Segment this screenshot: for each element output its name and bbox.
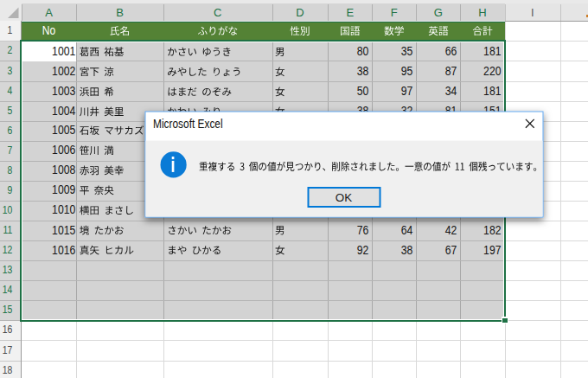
svg-text:95: 95	[401, 64, 413, 78]
svg-text:1002: 1002	[52, 64, 75, 78]
svg-text:64: 64	[401, 222, 413, 236]
svg-text:38: 38	[401, 242, 413, 256]
svg-text:2: 2	[8, 43, 13, 55]
svg-text:E: E	[346, 6, 354, 19]
svg-text:9: 9	[8, 183, 13, 195]
svg-text:38: 38	[357, 64, 369, 78]
svg-text:67: 67	[445, 242, 457, 256]
svg-text:F: F	[391, 6, 398, 19]
svg-text:76: 76	[357, 222, 369, 236]
svg-text:G: G	[434, 6, 443, 19]
svg-text:7: 7	[8, 144, 13, 156]
svg-text:1006: 1006	[52, 143, 75, 157]
svg-text:34: 34	[445, 84, 457, 98]
svg-text:42: 42	[445, 222, 457, 236]
svg-text:12: 12	[3, 243, 13, 255]
svg-text:D: D	[296, 6, 304, 19]
svg-text:1016: 1016	[52, 242, 75, 256]
svg-text:80: 80	[357, 44, 369, 58]
svg-text:97: 97	[401, 84, 413, 98]
svg-text:5: 5	[8, 104, 13, 116]
svg-text:1008: 1008	[52, 163, 76, 176]
svg-text:1005: 1005	[52, 123, 76, 137]
svg-text:11: 11	[3, 223, 13, 235]
svg-text:87: 87	[445, 64, 457, 78]
svg-text:17: 17	[3, 343, 13, 355]
svg-text:1003: 1003	[52, 84, 75, 98]
svg-text:220: 220	[483, 64, 502, 78]
svg-text:1009: 1009	[52, 183, 75, 196]
svg-text:8: 8	[8, 163, 13, 176]
svg-text:181: 181	[483, 44, 501, 58]
svg-text:H: H	[478, 6, 486, 19]
svg-text:15: 15	[3, 303, 13, 315]
svg-text:14: 14	[3, 283, 13, 295]
svg-text:181: 181	[483, 84, 501, 98]
svg-text:A: A	[45, 6, 53, 19]
svg-text:92: 92	[357, 242, 369, 256]
svg-text:16: 16	[3, 323, 13, 335]
svg-text:6: 6	[8, 124, 13, 136]
svg-text:182: 182	[483, 222, 501, 236]
svg-text:4: 4	[8, 83, 13, 95]
svg-text:10: 10	[3, 203, 13, 215]
svg-text:1004: 1004	[52, 104, 76, 118]
svg-text:1: 1	[8, 23, 13, 35]
svg-text:50: 50	[357, 84, 369, 98]
svg-text:3: 3	[8, 63, 13, 75]
svg-text:13: 13	[3, 263, 13, 275]
svg-text:18: 18	[3, 362, 13, 375]
svg-text:197: 197	[483, 242, 501, 256]
svg-text:C: C	[214, 6, 221, 19]
svg-text:OK: OK	[336, 191, 352, 204]
svg-text:66: 66	[445, 44, 457, 58]
svg-text:B: B	[116, 6, 124, 19]
svg-text:1015: 1015	[52, 222, 76, 236]
svg-text:Microsoft Excel: Microsoft Excel	[153, 117, 223, 131]
svg-text:1001: 1001	[52, 44, 75, 58]
svg-text:1010: 1010	[52, 202, 76, 216]
svg-text:No: No	[42, 23, 55, 37]
svg-text:35: 35	[401, 44, 413, 58]
svg-text:I: I	[531, 6, 534, 19]
